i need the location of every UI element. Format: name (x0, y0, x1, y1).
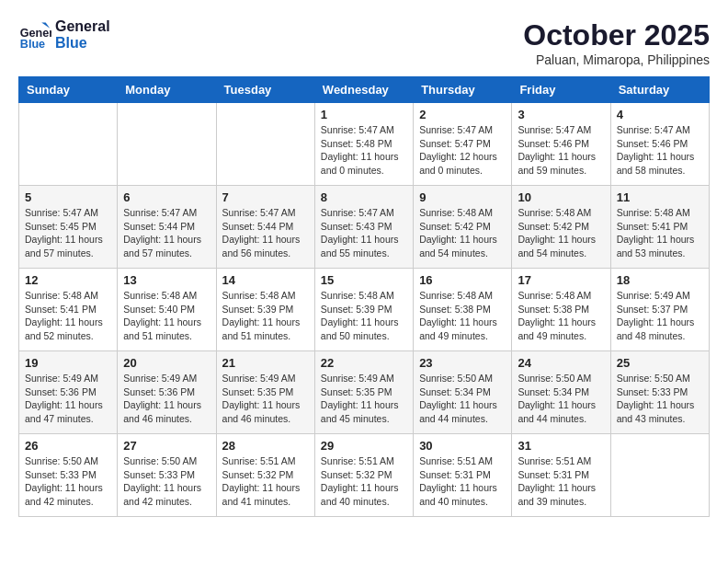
day-info: Sunrise: 5:47 AM Sunset: 5:48 PM Dayligh… (321, 123, 407, 178)
day-number: 15 (321, 273, 407, 287)
day-cell: 3Sunrise: 5:47 AM Sunset: 5:46 PM Daylig… (512, 103, 610, 186)
day-cell: 23Sunrise: 5:50 AM Sunset: 5:34 PM Dayli… (414, 351, 512, 434)
logo-line2: Blue (55, 35, 110, 52)
day-cell (216, 103, 314, 186)
day-info: Sunrise: 5:50 AM Sunset: 5:33 PM Dayligh… (617, 372, 703, 426)
day-number: 26 (25, 439, 111, 453)
day-cell: 30Sunrise: 5:51 AM Sunset: 5:31 PM Dayli… (414, 434, 512, 517)
day-info: Sunrise: 5:47 AM Sunset: 5:46 PM Dayligh… (617, 123, 703, 178)
day-info: Sunrise: 5:48 AM Sunset: 5:40 PM Dayligh… (123, 289, 210, 343)
day-info: Sunrise: 5:51 AM Sunset: 5:31 PM Dayligh… (518, 454, 604, 509)
day-number: 20 (123, 356, 210, 370)
day-number: 14 (222, 273, 309, 287)
col-header-monday: Monday (118, 77, 216, 103)
logo: General Blue General Blue (18, 18, 110, 52)
day-cell: 11Sunrise: 5:48 AM Sunset: 5:41 PM Dayli… (610, 186, 709, 269)
day-number: 19 (25, 356, 111, 370)
col-header-wednesday: Wednesday (314, 77, 413, 103)
day-number: 28 (222, 439, 309, 453)
day-number: 9 (419, 190, 506, 204)
day-info: Sunrise: 5:50 AM Sunset: 5:33 PM Dayligh… (25, 454, 111, 509)
day-info: Sunrise: 5:48 AM Sunset: 5:41 PM Dayligh… (617, 206, 703, 260)
day-cell: 4Sunrise: 5:47 AM Sunset: 5:46 PM Daylig… (610, 103, 709, 186)
col-header-sunday: Sunday (19, 77, 118, 103)
day-cell: 6Sunrise: 5:47 AM Sunset: 5:44 PM Daylig… (118, 186, 216, 269)
col-header-friday: Friday (512, 77, 610, 103)
day-number: 2 (419, 108, 506, 121)
day-number: 29 (321, 439, 407, 453)
day-info: Sunrise: 5:47 AM Sunset: 5:47 PM Dayligh… (419, 123, 506, 178)
day-cell (19, 103, 118, 186)
day-number: 18 (617, 273, 703, 287)
day-cell: 28Sunrise: 5:51 AM Sunset: 5:32 PM Dayli… (216, 434, 314, 517)
day-cell: 31Sunrise: 5:51 AM Sunset: 5:31 PM Dayli… (512, 434, 610, 517)
day-cell: 22Sunrise: 5:49 AM Sunset: 5:35 PM Dayli… (314, 351, 413, 434)
day-info: Sunrise: 5:47 AM Sunset: 5:45 PM Dayligh… (25, 206, 111, 260)
day-info: Sunrise: 5:50 AM Sunset: 5:33 PM Dayligh… (123, 454, 210, 509)
day-cell: 25Sunrise: 5:50 AM Sunset: 5:33 PM Dayli… (610, 351, 709, 434)
subtitle: Paluan, Mimaropa, Philippines (523, 52, 710, 67)
day-cell: 18Sunrise: 5:49 AM Sunset: 5:37 PM Dayli… (610, 269, 709, 351)
day-cell: 7Sunrise: 5:47 AM Sunset: 5:44 PM Daylig… (216, 186, 314, 269)
day-cell: 2Sunrise: 5:47 AM Sunset: 5:47 PM Daylig… (414, 103, 512, 186)
col-header-tuesday: Tuesday (216, 77, 314, 103)
col-header-saturday: Saturday (610, 77, 709, 103)
day-info: Sunrise: 5:48 AM Sunset: 5:42 PM Dayligh… (518, 206, 604, 260)
day-number: 24 (518, 356, 604, 370)
day-number: 1 (321, 108, 407, 121)
day-cell: 24Sunrise: 5:50 AM Sunset: 5:34 PM Dayli… (512, 351, 610, 434)
day-info: Sunrise: 5:51 AM Sunset: 5:32 PM Dayligh… (321, 454, 407, 509)
day-info: Sunrise: 5:48 AM Sunset: 5:39 PM Dayligh… (222, 289, 309, 343)
day-info: Sunrise: 5:47 AM Sunset: 5:44 PM Dayligh… (222, 206, 309, 260)
day-cell: 15Sunrise: 5:48 AM Sunset: 5:39 PM Dayli… (314, 269, 413, 351)
calendar-header-row: SundayMondayTuesdayWednesdayThursdayFrid… (19, 77, 710, 103)
day-info: Sunrise: 5:48 AM Sunset: 5:39 PM Dayligh… (321, 289, 407, 343)
calendar: SundayMondayTuesdayWednesdayThursdayFrid… (18, 76, 710, 517)
day-info: Sunrise: 5:49 AM Sunset: 5:36 PM Dayligh… (25, 372, 111, 426)
day-cell (118, 103, 216, 186)
day-info: Sunrise: 5:49 AM Sunset: 5:37 PM Dayligh… (617, 289, 703, 343)
day-cell: 9Sunrise: 5:48 AM Sunset: 5:42 PM Daylig… (414, 186, 512, 269)
day-number: 22 (321, 356, 407, 370)
day-info: Sunrise: 5:50 AM Sunset: 5:34 PM Dayligh… (419, 372, 506, 426)
day-number: 31 (518, 439, 604, 453)
day-cell: 14Sunrise: 5:48 AM Sunset: 5:39 PM Dayli… (216, 269, 314, 351)
day-info: Sunrise: 5:48 AM Sunset: 5:41 PM Dayligh… (25, 289, 111, 343)
day-number: 10 (518, 190, 604, 204)
day-info: Sunrise: 5:49 AM Sunset: 5:35 PM Dayligh… (222, 372, 309, 426)
day-cell: 13Sunrise: 5:48 AM Sunset: 5:40 PM Dayli… (118, 269, 216, 351)
day-number: 25 (617, 356, 703, 370)
day-cell: 17Sunrise: 5:48 AM Sunset: 5:38 PM Dayli… (512, 269, 610, 351)
day-number: 13 (123, 273, 210, 287)
day-number: 8 (321, 190, 407, 204)
day-cell (610, 434, 709, 517)
day-info: Sunrise: 5:50 AM Sunset: 5:34 PM Dayligh… (518, 372, 604, 426)
logo-line1: General (55, 18, 110, 35)
week-row-2: 5Sunrise: 5:47 AM Sunset: 5:45 PM Daylig… (19, 186, 710, 269)
day-number: 30 (419, 439, 506, 453)
day-cell: 10Sunrise: 5:48 AM Sunset: 5:42 PM Dayli… (512, 186, 610, 269)
week-row-1: 1Sunrise: 5:47 AM Sunset: 5:48 PM Daylig… (19, 103, 710, 186)
day-info: Sunrise: 5:47 AM Sunset: 5:46 PM Dayligh… (518, 123, 604, 178)
day-cell: 19Sunrise: 5:49 AM Sunset: 5:36 PM Dayli… (19, 351, 118, 434)
col-header-thursday: Thursday (414, 77, 512, 103)
day-info: Sunrise: 5:48 AM Sunset: 5:38 PM Dayligh… (419, 289, 506, 343)
day-number: 16 (419, 273, 506, 287)
day-cell: 5Sunrise: 5:47 AM Sunset: 5:45 PM Daylig… (19, 186, 118, 269)
day-number: 3 (518, 108, 604, 121)
day-info: Sunrise: 5:47 AM Sunset: 5:44 PM Dayligh… (123, 206, 210, 260)
day-number: 4 (617, 108, 703, 121)
svg-text:Blue: Blue (20, 38, 45, 51)
week-row-3: 12Sunrise: 5:48 AM Sunset: 5:41 PM Dayli… (19, 269, 710, 351)
week-row-5: 26Sunrise: 5:50 AM Sunset: 5:33 PM Dayli… (19, 434, 710, 517)
day-cell: 20Sunrise: 5:49 AM Sunset: 5:36 PM Dayli… (118, 351, 216, 434)
day-info: Sunrise: 5:48 AM Sunset: 5:38 PM Dayligh… (518, 289, 604, 343)
day-info: Sunrise: 5:48 AM Sunset: 5:42 PM Dayligh… (419, 206, 506, 260)
month-title: October 2025 (523, 18, 710, 52)
logo-icon: General Blue (18, 18, 51, 52)
day-number: 27 (123, 439, 210, 453)
day-cell: 1Sunrise: 5:47 AM Sunset: 5:48 PM Daylig… (314, 103, 413, 186)
day-number: 7 (222, 190, 309, 204)
day-number: 23 (419, 356, 506, 370)
week-row-4: 19Sunrise: 5:49 AM Sunset: 5:36 PM Dayli… (19, 351, 710, 434)
